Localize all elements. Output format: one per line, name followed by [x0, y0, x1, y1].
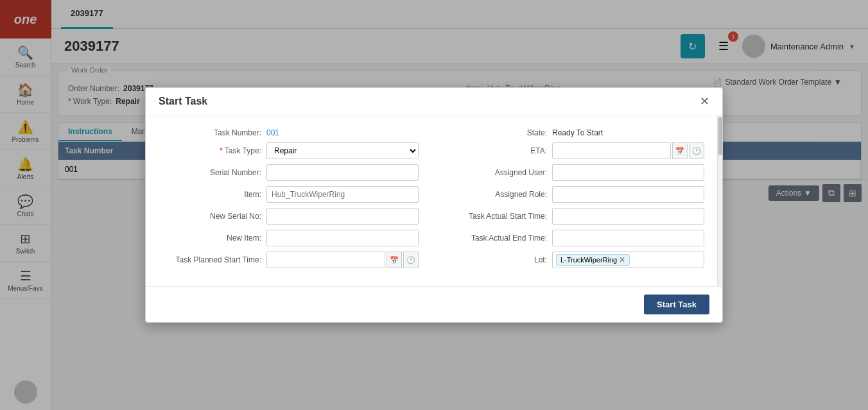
task-number-label: Task Number:: [159, 128, 261, 137]
serial-number-input[interactable]: [266, 164, 419, 181]
calendar-icon[interactable]: 📅: [386, 252, 402, 268]
task-number-value: 001: [266, 128, 279, 137]
actual-end-group: Task Actual End Time:: [444, 230, 704, 246]
modal-body: Task Number: 001 Task Type: Repair Seria…: [146, 115, 717, 286]
item-input[interactable]: [266, 186, 419, 203]
lot-tag-remove[interactable]: ✕: [619, 255, 625, 264]
serial-number-label: Serial Number:: [159, 168, 261, 177]
eta-clock-icon[interactable]: 🕐: [689, 142, 704, 159]
lot-tag-input[interactable]: L-TruckWiperRing ✕: [552, 252, 704, 268]
lot-tag-value: L-TruckWiperRing: [560, 256, 617, 264]
start-task-button[interactable]: Start Task: [644, 295, 709, 314]
actual-end-input[interactable]: [552, 230, 704, 246]
start-task-modal: Start Task ✕ Task Number: 001 Task Type:: [145, 87, 723, 323]
modal-left-col: Task Number: 001 Task Type: Repair Seria…: [159, 128, 419, 273]
task-type-label: Task Type:: [159, 146, 261, 155]
assigned-user-input[interactable]: [552, 164, 704, 181]
modal-close-button[interactable]: ✕: [700, 96, 709, 107]
new-item-group: New Item:: [159, 230, 419, 246]
eta-input[interactable]: [552, 142, 671, 159]
task-number-group: Task Number: 001: [159, 128, 419, 137]
lot-field-label: Lot:: [444, 255, 547, 264]
eta-input-group: 📅 🕐: [552, 142, 704, 159]
serial-number-group: Serial Number:: [159, 164, 419, 181]
modal-right-col: State: Ready To Start ETA: 📅 🕐: [444, 128, 704, 273]
task-planned-start-group: Task Planned Start Time: 📅 🕐: [159, 252, 419, 268]
actual-start-label: Task Actual Start Time:: [444, 212, 547, 221]
assigned-role-input[interactable]: [552, 186, 704, 203]
assigned-role-group: Assigned Role:: [444, 186, 704, 203]
task-type-select[interactable]: Repair: [266, 142, 419, 159]
task-type-group: Task Type: Repair: [159, 142, 419, 159]
modal-footer: Start Task: [146, 286, 722, 322]
state-label: State:: [444, 128, 547, 137]
planned-start-input-group: 📅 🕐: [266, 252, 419, 268]
state-group: State: Ready To Start: [444, 128, 704, 137]
modal-header: Start Task ✕: [146, 88, 722, 115]
eta-group: ETA: 📅 🕐: [444, 142, 704, 159]
actual-start-group: Task Actual Start Time:: [444, 208, 704, 225]
modal-overlay: Start Task ✕ Task Number: 001 Task Type:: [0, 0, 868, 410]
state-value: Ready To Start: [552, 128, 603, 137]
new-item-label: New Item:: [159, 234, 261, 243]
planned-start-input[interactable]: [266, 252, 385, 268]
new-serial-label: New Serial No:: [159, 212, 261, 221]
task-planned-start-label: Task Planned Start Time:: [159, 255, 261, 264]
eta-calendar-icon[interactable]: 📅: [672, 142, 688, 159]
lot-tag: L-TruckWiperRing ✕: [556, 254, 630, 266]
assigned-user-group: Assigned User:: [444, 164, 704, 181]
item-group: Item:: [159, 186, 419, 203]
clock-icon[interactable]: 🕐: [403, 252, 419, 268]
assigned-role-label: Assigned Role:: [444, 190, 547, 199]
modal-title: Start Task: [159, 96, 207, 107]
scroll-thumb: [718, 117, 722, 155]
new-item-input[interactable]: [266, 230, 419, 246]
assigned-user-label: Assigned User:: [444, 168, 547, 177]
new-serial-input[interactable]: [266, 208, 419, 225]
actual-start-input[interactable]: [552, 208, 704, 225]
actual-end-label: Task Actual End Time:: [444, 234, 547, 243]
eta-label: ETA:: [444, 146, 547, 155]
item-field-label: Item:: [159, 190, 261, 199]
lot-field-group: Lot: L-TruckWiperRing ✕: [444, 252, 704, 268]
new-serial-group: New Serial No:: [159, 208, 419, 225]
modal-scrollbar: [717, 115, 722, 286]
